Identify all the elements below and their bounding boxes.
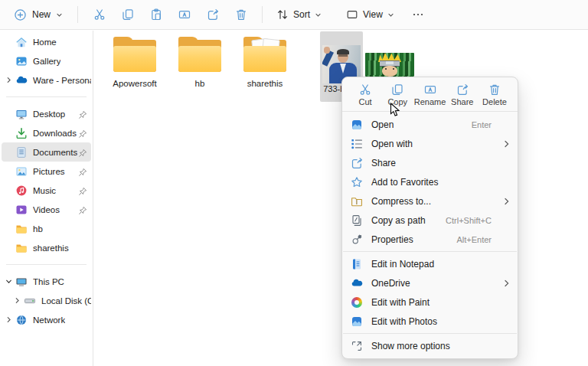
- file-image[interactable]: [365, 53, 420, 77]
- see-more-button[interactable]: [406, 3, 430, 26]
- menu-item-label: Edit with Photos: [371, 316, 502, 327]
- desktop-icon: [15, 108, 28, 120]
- context-command-delete[interactable]: Delete: [479, 82, 511, 108]
- sidebar-item-sharethis[interactable]: sharethis: [2, 238, 91, 257]
- menu-item-onedrive[interactable]: OneDrive: [342, 273, 518, 292]
- sidebar-item-label: Pictures: [33, 167, 65, 176]
- sidebar-divider: [6, 264, 87, 265]
- network-icon: [15, 314, 28, 326]
- menu-item-shortcut: Alt+Enter: [456, 235, 492, 244]
- paste-button[interactable]: [142, 3, 170, 26]
- toolbar-separator: [77, 6, 78, 23]
- context-command-label: Rename: [414, 97, 446, 106]
- file-sharethis[interactable]: sharethis: [237, 35, 292, 88]
- sidebar-item-downloads[interactable]: Downloads: [2, 123, 91, 142]
- chevron-down-icon: [56, 11, 63, 18]
- sidebar-item-label: Music: [33, 186, 56, 195]
- chevron-right-icon: [502, 279, 510, 287]
- sidebar: HomeGalleryWare - PersonalDesktopDownloa…: [0, 31, 93, 366]
- chevron-right-icon[interactable]: [4, 316, 14, 323]
- context-command-cut[interactable]: Cut: [349, 82, 381, 108]
- sidebar-item-videos[interactable]: Videos: [2, 200, 91, 219]
- sidebar-item-hb[interactable]: hb: [2, 219, 91, 238]
- chevron-down-icon[interactable]: [4, 278, 14, 285]
- menu-item-label: Open: [371, 119, 472, 130]
- sidebar-item-label: Videos: [33, 205, 60, 214]
- rename-button[interactable]: [170, 3, 198, 26]
- menu-item-label: Open with: [371, 139, 502, 149]
- favorites-star-icon: [351, 176, 363, 188]
- new-button-label: New: [32, 9, 51, 20]
- menu-item-label: Compress to...: [371, 196, 502, 207]
- open-with-icon: [351, 138, 363, 150]
- folder-icon: [15, 223, 28, 235]
- menu-item-edit-in-notepad[interactable]: Edit in Notepad: [342, 254, 518, 273]
- share-outline-icon: [351, 157, 363, 169]
- sidebar-item-gallery[interactable]: Gallery: [2, 51, 91, 70]
- chevron-down-icon: [387, 11, 394, 18]
- sidebar-item-label: sharethis: [33, 243, 69, 253]
- sidebar-item-network[interactable]: Network: [2, 310, 91, 329]
- menu-item-open-with[interactable]: Open with: [342, 134, 518, 153]
- sidebar-item-label: Home: [33, 38, 57, 47]
- file-apowersoft[interactable]: Apowersoft: [107, 35, 162, 88]
- menu-item-add-to-favorites[interactable]: Add to Favorites: [342, 172, 518, 191]
- sidebar-item-pictures[interactable]: Pictures: [2, 162, 91, 181]
- sidebar-item-label: Local Disk (C:): [41, 296, 91, 306]
- folder-icon: [241, 35, 289, 74]
- file-hb[interactable]: hb: [172, 35, 227, 88]
- menu-item-show-more-options[interactable]: Show more options: [342, 336, 518, 355]
- cut-icon: [359, 83, 371, 96]
- folder-icon: [15, 242, 28, 254]
- file-name-label: sharethis: [237, 79, 292, 88]
- copy-button[interactable]: [113, 3, 142, 26]
- menu-item-open[interactable]: OpenEnter: [342, 115, 518, 134]
- cut-button[interactable]: [85, 3, 113, 26]
- menu-item-properties[interactable]: PropertiesAlt+Enter: [342, 230, 518, 249]
- sidebar-item-local-disk-c[interactable]: Local Disk (C:): [2, 291, 91, 310]
- onedrive-icon: [351, 277, 363, 289]
- menu-item-copy-as-path[interactable]: Copy as pathCtrl+Shift+C: [342, 211, 518, 230]
- sidebar-item-music[interactable]: Music: [2, 181, 91, 200]
- sidebar-item-label: Desktop: [33, 109, 65, 119]
- menu-item-edit-with-photos[interactable]: Edit with Photos: [342, 312, 518, 331]
- delete-icon: [488, 83, 501, 96]
- share-icon: [207, 8, 219, 21]
- onedrive-icon: [15, 74, 28, 87]
- gallery-icon: [15, 55, 28, 67]
- file-name-label: Apowersoft: [107, 79, 162, 88]
- menu-item-edit-with-paint[interactable]: Edit with Paint: [342, 292, 518, 312]
- menu-item-share[interactable]: Share: [342, 153, 518, 172]
- menu-item-label: Properties: [371, 234, 456, 245]
- chevron-down-icon: [315, 11, 322, 18]
- new-button[interactable]: New: [6, 3, 70, 26]
- chevron-right-icon[interactable]: [12, 297, 22, 304]
- menu-item-label: Edit in Notepad: [371, 259, 502, 270]
- sidebar-item-this-pc[interactable]: This PC: [2, 272, 91, 291]
- file-name-label: hb: [172, 79, 227, 88]
- copy-icon: [122, 8, 134, 21]
- chevron-right-icon[interactable]: [4, 77, 14, 83]
- context-command-share[interactable]: Share: [446, 82, 479, 108]
- show-more-icon: [351, 340, 363, 352]
- view-button[interactable]: View: [339, 3, 401, 26]
- pin-icon: [78, 147, 87, 156]
- home-icon: [15, 36, 28, 48]
- share-button[interactable]: [198, 3, 227, 26]
- menu-item-label: Copy as path: [371, 215, 446, 226]
- sidebar-item-ware-personal[interactable]: Ware - Personal: [2, 70, 91, 90]
- context-command-label: Cut: [358, 97, 371, 106]
- sidebar-item-home[interactable]: Home: [2, 32, 91, 51]
- compress-icon: [351, 195, 363, 208]
- sidebar-item-label: Documents: [33, 148, 77, 157]
- menu-item-compress-to[interactable]: Compress to...: [342, 191, 518, 211]
- sidebar-item-desktop[interactable]: Desktop: [2, 104, 91, 123]
- delete-button[interactable]: [227, 3, 255, 26]
- file-explorer-window: New Sort View HomeGalleryWare - Personal…: [0, 0, 588, 366]
- rename-icon: [424, 83, 436, 96]
- pin-icon: [78, 166, 87, 175]
- sidebar-item-documents[interactable]: Documents: [2, 142, 91, 162]
- sort-button[interactable]: Sort: [270, 3, 328, 26]
- toolbar-separator: [262, 6, 263, 23]
- context-command-rename[interactable]: Rename: [414, 82, 446, 108]
